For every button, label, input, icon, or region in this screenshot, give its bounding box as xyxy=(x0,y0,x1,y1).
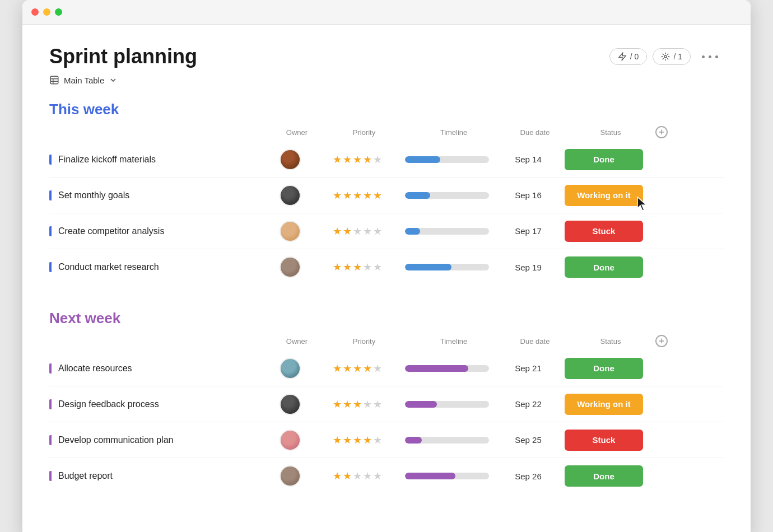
col-owner: Owner xyxy=(269,128,325,137)
header-actions: / 0 / 1 xyxy=(609,48,724,65)
col-duedate: Due date xyxy=(504,128,566,137)
avatar xyxy=(280,149,301,170)
table-row: Develop communication plan ★ ★ ★ ★ ★ xyxy=(49,422,724,458)
col-priority: Priority xyxy=(325,337,403,346)
minimize-button[interactable] xyxy=(43,8,50,16)
col-add: + xyxy=(655,335,673,347)
col-timeline: Timeline xyxy=(403,337,504,346)
task-cell: Develop communication plan xyxy=(49,435,262,445)
due-date-cell: Sep 26 xyxy=(497,472,559,481)
row-left-border xyxy=(49,190,52,200)
timeline-bar xyxy=(405,365,489,372)
col-priority: Priority xyxy=(325,128,403,137)
table-row: Create competitor analysis ★ ★ ★ ★ ★ xyxy=(49,213,724,249)
automation-icon xyxy=(618,52,627,61)
task-cell: Allocate resources xyxy=(49,363,262,374)
owner-cell xyxy=(262,256,318,278)
task-name: Budget report xyxy=(58,471,113,481)
avatar xyxy=(280,256,301,278)
status-cell[interactable]: Done xyxy=(559,465,649,487)
due-date-cell: Sep 25 xyxy=(497,435,559,445)
status-badge[interactable]: Done xyxy=(565,358,643,379)
avatar xyxy=(280,185,301,206)
task-name: Create competitor analysis xyxy=(58,226,164,236)
task-name: Set monthly goals xyxy=(58,190,129,200)
timeline-cell xyxy=(397,156,497,163)
priority-cell: ★ ★ ★ ★ ★ xyxy=(318,434,397,446)
task-name: Develop communication plan xyxy=(58,435,173,445)
task-cell: Design feedback process xyxy=(49,399,262,409)
priority-cell: ★ ★ ★ ★ ★ xyxy=(318,153,397,166)
timeline-cell xyxy=(397,192,497,199)
status-badge[interactable]: Stuck xyxy=(565,430,643,451)
status-badge[interactable]: Stuck xyxy=(565,221,643,242)
status-cell[interactable]: Done xyxy=(559,256,649,278)
owner-cell xyxy=(262,358,318,379)
col-owner: Owner xyxy=(269,337,325,346)
table-selector[interactable]: Main Table xyxy=(49,75,724,85)
status-badge[interactable]: Done xyxy=(565,256,643,278)
add-column-button[interactable]: + xyxy=(655,335,668,347)
task-name: Allocate resources xyxy=(58,363,132,374)
owner-cell xyxy=(262,465,318,487)
integration-icon xyxy=(661,52,670,61)
row-left-border xyxy=(49,155,52,165)
due-date-cell: Sep 14 xyxy=(497,155,559,164)
status-cell[interactable]: Working on it xyxy=(559,394,649,415)
task-cell: Set monthly goals xyxy=(49,190,262,200)
status-badge[interactable]: Working on it xyxy=(565,185,643,206)
owner-cell xyxy=(262,394,318,415)
timeline-cell xyxy=(397,401,497,408)
svg-marker-5 xyxy=(637,197,646,211)
avatar xyxy=(280,430,301,451)
next-week-section: Next week Owner Priority Timeline Due da… xyxy=(49,310,724,494)
table-row: Allocate resources ★ ★ ★ ★ ★ xyxy=(49,351,724,386)
status-cell[interactable]: Working on it xyxy=(559,185,649,206)
status-cell[interactable]: Done xyxy=(559,149,649,170)
table-row: Set monthly goals ★ ★ ★ ★ ★ xyxy=(49,178,724,213)
status-cell[interactable]: Stuck xyxy=(559,221,649,242)
timeline-bar xyxy=(405,156,489,163)
priority-cell: ★ ★ ★ ★ ★ xyxy=(318,225,397,237)
avatar xyxy=(280,221,301,242)
row-left-border xyxy=(49,471,52,481)
timeline-bar xyxy=(405,192,489,199)
table-row: Conduct market research ★ ★ ★ ★ ★ xyxy=(49,249,724,285)
col-duedate: Due date xyxy=(504,337,566,346)
next-week-title: Next week xyxy=(49,310,724,327)
due-date-cell: Sep 16 xyxy=(497,190,559,200)
row-left-border xyxy=(49,262,52,272)
status-badge[interactable]: Working on it xyxy=(565,394,643,415)
timeline-cell xyxy=(397,264,497,270)
this-week-col-headers: Owner Priority Timeline Due date Status … xyxy=(49,126,724,142)
priority-cell: ★ ★ ★ ★ ★ xyxy=(318,398,397,410)
due-date-cell: Sep 22 xyxy=(497,399,559,409)
row-left-border xyxy=(49,399,52,409)
table-row: Finalize kickoff materials ★ ★ ★ ★ ★ xyxy=(49,142,724,178)
timeline-bar xyxy=(405,401,489,408)
task-name: Finalize kickoff materials xyxy=(58,155,156,165)
more-options-button[interactable] xyxy=(696,52,724,62)
integrations-button[interactable]: / 1 xyxy=(653,48,691,65)
this-week-title: This week xyxy=(49,101,724,118)
page-header: Sprint planning / 0 / 1 xyxy=(49,45,724,68)
app-window: Sprint planning / 0 / 1 xyxy=(22,0,751,532)
automations-button[interactable]: / 0 xyxy=(609,48,648,65)
table-selector-label: Main Table xyxy=(64,76,104,85)
col-add: + xyxy=(655,126,673,138)
priority-cell: ★ ★ ★ ★ ★ xyxy=(318,261,397,273)
status-badge[interactable]: Done xyxy=(565,149,643,170)
status-badge[interactable]: Done xyxy=(565,465,643,487)
avatar xyxy=(280,465,301,487)
avatar xyxy=(280,394,301,415)
due-date-cell: Sep 17 xyxy=(497,226,559,236)
timeline-cell xyxy=(397,473,497,479)
status-cell[interactable]: Done xyxy=(559,358,649,379)
integrations-label: / 1 xyxy=(673,52,682,61)
add-column-button[interactable]: + xyxy=(655,126,668,138)
status-cell[interactable]: Stuck xyxy=(559,430,649,451)
col-timeline: Timeline xyxy=(403,128,504,137)
titlebar xyxy=(22,0,751,25)
maximize-button[interactable] xyxy=(55,8,62,16)
close-button[interactable] xyxy=(31,8,39,16)
